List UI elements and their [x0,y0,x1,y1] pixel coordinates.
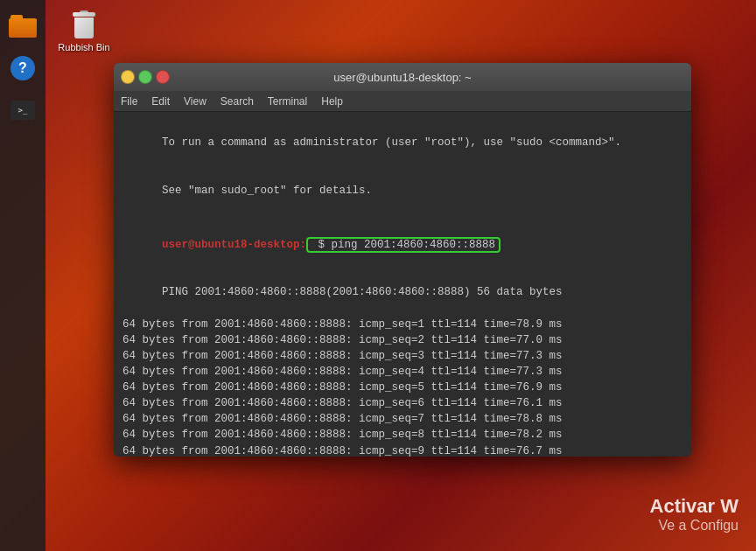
menu-edit[interactable]: Edit [151,95,170,108]
menu-help[interactable]: Help [321,95,343,108]
taskbar: ? >_ [0,0,46,551]
command-line: user@ubuntu18-desktop: $ ping 2001:4860:… [122,221,682,269]
desktop-icons-area: Rubbish Bin [46,0,122,63]
ping-line-9: 64 bytes from 2001:4860:4860::8888: icmp… [122,443,682,457]
menu-terminal[interactable]: Terminal [268,95,307,108]
terminal-taskbar-icon: >_ [10,101,35,120]
menu-view[interactable]: View [184,95,206,108]
help-icon: ? [10,56,35,80]
ping-line-1: 64 bytes from 2001:4860:4860::8888: icmp… [122,317,682,332]
menu-file[interactable]: File [121,95,137,108]
terminal-window: user@ubuntu18-desktop: ~ File Edit View … [114,63,691,457]
watermark-line1: Activar W [650,495,738,518]
ping-line-8: 64 bytes from 2001:4860:4860::8888: icmp… [122,427,682,443]
desktop-icon-rubbish-bin[interactable]: Rubbish Bin [52,7,116,56]
rubbish-bin-label: Rubbish Bin [58,42,109,52]
ping-line-3: 64 bytes from 2001:4860:4860::8888: icmp… [122,348,682,364]
intro-line-2: See "man sudo_root" for details. [122,166,682,213]
command-highlight: $ ping 2001:4860:4860::8888 [306,237,500,253]
folder-icon [9,15,37,38]
intro-line-1: To run a command as administrator (user … [122,119,682,166]
terminal-title: user@ubuntu18-desktop: ~ [173,71,632,84]
window-close-button[interactable] [156,70,170,84]
menu-search[interactable]: Search [220,95,254,108]
terminal-content[interactable]: To run a command as administrator (user … [114,112,691,457]
watermark: Activar W Ve a Configu [650,495,738,534]
ping-line-5: 64 bytes from 2001:4860:4860::8888: icmp… [122,380,682,395]
taskbar-item-files[interactable] [4,7,42,45]
terminal-titlebar[interactable]: user@ubuntu18-desktop: ~ [114,63,691,91]
ping-header: PING 2001:4860:4860::8888(2001:4860:4860… [122,269,682,316]
user-prompt: user@ubuntu18-desktop: [162,239,306,251]
ping-line-6: 64 bytes from 2001:4860:4860::8888: icmp… [122,395,682,411]
window-maximize-button[interactable] [138,70,152,84]
taskbar-item-help[interactable]: ? [4,49,42,87]
window-minimize-button[interactable] [121,70,135,84]
taskbar-item-terminal[interactable]: >_ [4,91,42,129]
ping-line-4: 64 bytes from 2001:4860:4860::8888: icmp… [122,364,682,380]
terminal-menubar: File Edit View Search Terminal Help [114,91,691,112]
watermark-line2: Ve a Configu [650,518,738,534]
ping-line-7: 64 bytes from 2001:4860:4860::8888: icmp… [122,411,682,427]
rubbish-bin-icon [72,10,96,38]
ping-line-2: 64 bytes from 2001:4860:4860::8888: icmp… [122,332,682,348]
